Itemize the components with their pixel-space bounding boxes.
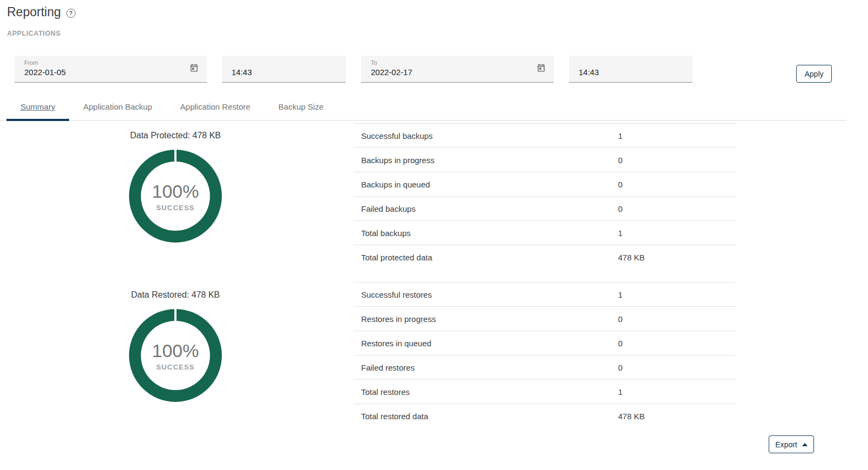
table-row: Backups in progress 0 [354,148,736,172]
row-label: Total backups [354,229,618,238]
row-label: Backups in queued [354,180,618,189]
table-row: Restores in progress 0 [354,307,736,331]
row-value: 0 [618,314,736,324]
row-value: 0 [618,204,736,213]
success-label: SUCCESS [156,204,194,212]
to-time-label [579,59,683,67]
table-row: Restores in queued 0 [354,331,736,355]
row-value: 478 KB [618,412,736,421]
row-value: 1 [618,131,736,140]
table-row: Total restores 1 [354,380,736,404]
table-row: Total protected data 478 KB [354,245,736,270]
donut-chart-restored: 100% SUCCESS [129,309,222,402]
donut-chart-protected: 100% SUCCESS [129,150,222,243]
row-value: 0 [618,339,736,348]
row-value: 0 [618,156,736,165]
restores-table: Successful restores 1 Restores in progre… [354,282,736,428]
table-row: Failed restores 0 [354,355,736,380]
from-time-field[interactable]: 14:43 [222,56,346,83]
row-label: Successful backups [354,131,618,140]
table-row: Successful backups 1 [354,124,736,148]
apply-button[interactable]: Apply [796,65,832,83]
row-label: Successful restores [354,290,618,299]
row-value: 478 KB [618,253,736,262]
section-label-applications: APPLICATIONS [7,30,60,37]
table-row: Total restored data 478 KB [354,404,736,428]
from-date-field[interactable]: From 2022-01-05 [15,56,207,83]
tab-application-restore[interactable]: Application Restore [166,93,265,120]
page-header: Reporting ? [7,5,76,19]
export-button[interactable]: Export [769,435,814,453]
table-row: Backups in queued 0 [354,172,736,197]
calendar-icon[interactable] [189,63,199,72]
row-label: Restores in progress [354,314,618,324]
summary-tables: Successful backups 1 Backups in progress… [354,123,736,428]
table-row: Total backups 1 [354,221,736,245]
from-time-label [232,59,336,67]
tab-summary[interactable]: Summary [6,93,69,120]
charts-column: Data Protected: 478 KB 100% SUCCESS Data… [0,123,351,447]
row-value: 0 [618,180,736,189]
reporting-page: Reporting ? APPLICATIONS From 2022-01-05… [0,0,868,470]
backups-table: Successful backups 1 Backups in progress… [354,123,736,270]
percent-value: 100% [152,340,199,361]
tab-application-backup[interactable]: Application Backup [69,93,166,120]
table-row: Failed backups 0 [354,197,736,221]
row-value: 0 [618,363,736,372]
row-label: Restores in queued [354,339,618,348]
page-title: Reporting [7,5,61,19]
row-label: Failed restores [354,363,618,372]
success-label: SUCCESS [156,363,194,371]
tab-bar: Summary Application Backup Application R… [0,93,846,121]
tab-backup-size[interactable]: Backup Size [265,93,337,120]
row-value: 1 [618,290,736,299]
export-label: Export [775,440,797,449]
row-value: 1 [618,229,736,238]
row-label: Total restores [354,387,618,397]
from-time-value[interactable]: 14:43 [232,68,336,77]
calendar-icon[interactable] [537,63,546,72]
row-value: 1 [618,387,736,397]
to-date-field[interactable]: To 2022-02-17 [361,56,554,83]
donut-center-label: 100% SUCCESS [129,309,222,402]
chart-title: Data Restored: 478 KB [0,290,351,300]
data-protected-chart: Data Protected: 478 KB 100% SUCCESS [0,131,351,243]
to-date-value[interactable]: 2022-02-17 [371,68,544,77]
to-time-value[interactable]: 14:43 [579,68,683,77]
table-row: Successful restores 1 [354,283,736,307]
data-restored-chart: Data Restored: 478 KB 100% SUCCESS [0,290,351,402]
row-label: Backups in progress [354,156,618,165]
to-date-label: To [371,59,544,67]
from-date-value[interactable]: 2022-01-05 [24,68,197,77]
donut-center-label: 100% SUCCESS [129,150,222,243]
row-label: Total restored data [354,412,618,421]
row-label: Failed backups [354,204,618,213]
help-icon[interactable]: ? [66,9,76,18]
to-time-field[interactable]: 14:43 [569,56,693,83]
row-label: Total protected data [354,253,618,262]
percent-value: 100% [152,181,199,202]
chart-title: Data Protected: 478 KB [0,131,351,140]
caret-up-icon [802,443,808,446]
from-date-label: From [24,59,197,67]
